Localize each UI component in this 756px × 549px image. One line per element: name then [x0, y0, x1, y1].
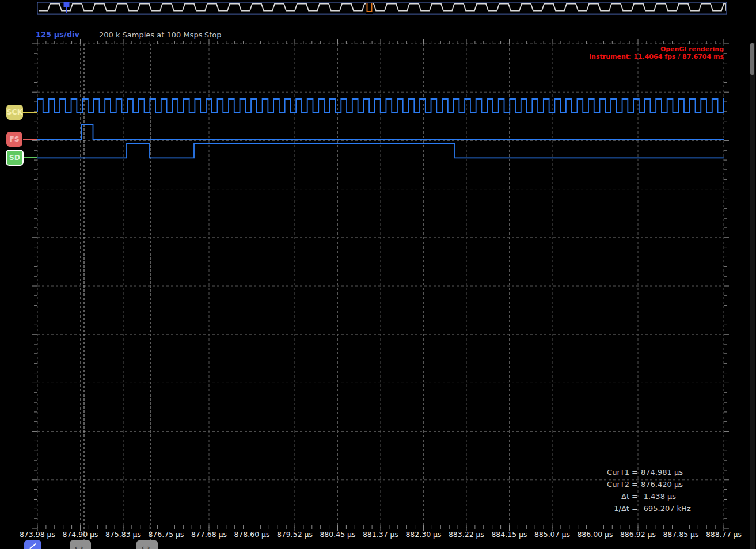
render-status: OpenGl rendering instrument: 11.4064 fps… — [589, 46, 724, 60]
x-axis-label: 888.77 µs — [698, 530, 750, 539]
angle-brackets-icon: ‹› — [74, 543, 86, 549]
channel-badge-sck[interactable]: SCK — [6, 105, 23, 120]
oscilloscope-app: 125 µs/div 200 k Samples at 100 Msps Sto… — [0, 0, 756, 549]
vertical-scrollbar-track[interactable] — [750, 43, 755, 549]
vertical-scrollbar-thumb[interactable] — [750, 43, 754, 75]
readout-label: 1/Δt = — [586, 502, 638, 514]
readout-label: Δt = — [586, 490, 638, 502]
readout-value: -695.207 kHz — [638, 502, 691, 514]
cursor-readout-row: CurT1 =874.981 µs — [586, 466, 709, 478]
plot-grid — [37, 44, 724, 528]
channel-label-fs: FS — [9, 135, 20, 143]
channel-badge-fs[interactable]: FS — [6, 132, 22, 147]
confirm-button[interactable] — [24, 540, 41, 549]
render-status-line2: instrument: 11.4064 fps / 87.6704 ms — [589, 54, 724, 61]
readout-label: CurT2 = — [586, 478, 638, 490]
channel-badge-sd[interactable]: SD — [6, 150, 24, 166]
check-icon — [29, 543, 36, 549]
readout-value: 874.981 µs — [638, 466, 683, 478]
angle-brackets-icon: ‹› — [141, 543, 153, 549]
cursor-readout-row: Δt =-1.438 µs — [586, 490, 709, 502]
readout-value: 876.420 µs — [638, 478, 683, 490]
cursor-readout-row: CurT2 =876.420 µs — [586, 478, 709, 490]
timebase-label: 125 µs/div — [36, 30, 79, 39]
channel-label-sck: SCK — [7, 108, 23, 116]
channel-label-sd: SD — [9, 153, 20, 162]
sck-trace — [37, 99, 724, 112]
samples-info-label: 200 k Samples at 100 Msps — [99, 30, 202, 39]
readout-label: CurT1 = — [586, 466, 638, 478]
cursor-readout-row: 1/Δt =-695.207 kHz — [586, 502, 709, 514]
overview-strip[interactable] — [37, 2, 727, 14]
render-status-line1: OpenGl rendering — [589, 46, 724, 54]
cursor-step-button-2[interactable]: ‹› — [136, 540, 158, 549]
readout-value: -1.438 µs — [638, 490, 676, 502]
cursor-readout: CurT1 =874.981 µsCurT2 =876.420 µsΔt =-1… — [586, 466, 709, 514]
cursor-step-button-1[interactable]: ‹› — [70, 540, 91, 549]
acquisition-state-label: Stop — [204, 30, 222, 39]
